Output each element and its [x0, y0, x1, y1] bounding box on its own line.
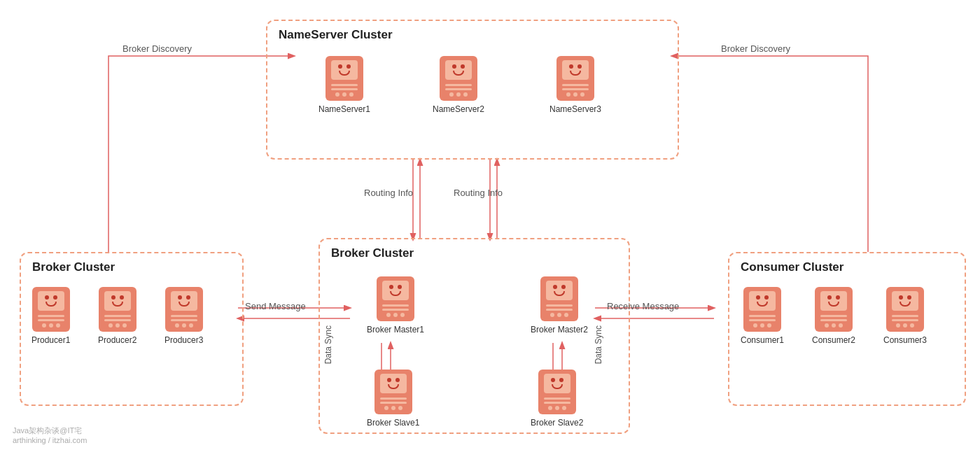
consumer3-icon: Consumer3 — [883, 287, 927, 345]
producer-cluster-title: Broker Cluster — [32, 260, 115, 274]
broker-discovery-right-label: Broker Discovery — [721, 43, 790, 54]
producer2-icon: Producer2 — [98, 287, 136, 345]
consumer-cluster-title: Consumer Cluster — [741, 260, 844, 274]
routing-info1-label: Routing Info — [364, 188, 413, 198]
broker-slave2-icon: Broker Slave2 — [531, 370, 583, 428]
producer1-label: Producer1 — [31, 335, 70, 345]
broker-slave2-label: Broker Slave2 — [531, 418, 583, 428]
nameserver-cluster-title: NameServer Cluster — [279, 28, 393, 42]
consumer1-icon: Consumer1 — [741, 287, 784, 345]
watermark: Java架构杂谈@IT宅 arthinking / itzhai.com — [13, 426, 87, 444]
nameserver1-icon: NameServer1 — [318, 56, 370, 114]
broker-master2-label: Broker Master2 — [531, 325, 588, 335]
data-sync1-label: Data Sync — [323, 325, 333, 364]
consumer1-label: Consumer1 — [741, 335, 784, 345]
nameserver1-label: NameServer1 — [318, 104, 370, 114]
nameserver3-icon: NameServer3 — [550, 56, 601, 114]
send-message-label: Send Message — [245, 301, 306, 311]
broker-master1-icon: Broker Master1 — [367, 276, 424, 335]
diagram: NameServer Cluster NameServer1 — [0, 0, 980, 457]
broker-master1-label: Broker Master1 — [367, 325, 424, 335]
receive-message-label: Receive Message — [607, 301, 679, 311]
consumer2-icon: Consumer2 — [812, 287, 855, 345]
broker-master2-icon: Broker Master2 — [531, 276, 588, 335]
producer3-label: Producer3 — [164, 335, 203, 345]
nameserver2-icon: NameServer2 — [433, 56, 484, 114]
routing-info2-label: Routing Info — [454, 188, 503, 198]
consumer2-label: Consumer2 — [812, 335, 855, 345]
nameserver2-label: NameServer2 — [433, 104, 484, 114]
producer2-label: Producer2 — [98, 335, 136, 345]
broker-slave1-icon: Broker Slave1 — [367, 370, 419, 428]
broker-slave1-label: Broker Slave1 — [367, 418, 419, 428]
broker-discovery-left-label: Broker Discovery — [122, 43, 192, 54]
consumer3-label: Consumer3 — [883, 335, 927, 345]
broker-cluster-title: Broker Cluster — [331, 246, 414, 260]
data-sync2-label: Data Sync — [594, 325, 603, 364]
producer3-icon: Producer3 — [164, 287, 203, 345]
nameserver3-label: NameServer3 — [550, 104, 601, 114]
producer1-icon: Producer1 — [31, 287, 70, 345]
